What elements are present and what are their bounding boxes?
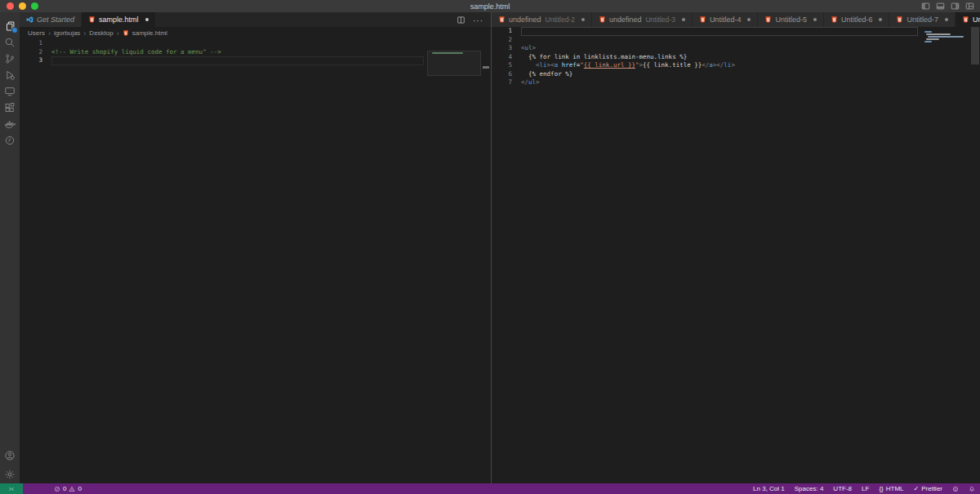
settings-icon	[4, 469, 16, 480]
layout-customize-icon[interactable]	[965, 2, 974, 11]
modified-dot-icon[interactable]	[145, 18, 149, 21]
activity-item-explorer[interactable]	[0, 18, 20, 34]
docker-icon	[4, 118, 16, 130]
activity-item-clock[interactable]	[0, 132, 20, 149]
code-token: </	[521, 78, 528, 86]
code-token: {{ link.title }}	[643, 61, 702, 69]
tab-label: Untitled-7	[906, 16, 938, 24]
editor-left[interactable]: 12<!-- Write shopify liquid code for a m…	[20, 39, 491, 471]
split-editor-icon[interactable]	[457, 16, 466, 24]
status-label: UTF-8	[833, 485, 852, 492]
activity-item-source-control[interactable]	[0, 51, 20, 67]
breadcrumb-separator: ›	[83, 29, 86, 38]
modified-dot-icon[interactable]	[879, 18, 882, 21]
tab-label: sample.html	[99, 16, 139, 24]
status-formatter[interactable]: ✓Prettier	[914, 485, 943, 492]
remote-indicator[interactable]	[0, 483, 23, 494]
source-control-icon	[4, 53, 16, 65]
code-token: >	[532, 44, 537, 51]
code-text: {% for link in linklists.main-menu.links…	[521, 53, 687, 62]
status-eol-sequence[interactable]: LF	[862, 485, 869, 492]
code-token: </	[702, 61, 709, 69]
minimap-slider[interactable]	[427, 51, 481, 76]
status-feedback[interactable]	[952, 486, 959, 492]
status-cursor-position[interactable]: Ln 3, Col 1	[753, 485, 785, 492]
line-number: 2	[20, 48, 51, 57]
editor-right[interactable]: 123<ul>4 {% for link in linklists.main-m…	[492, 27, 980, 483]
braces-icon: {}	[879, 485, 883, 492]
modified-dot-icon[interactable]	[813, 18, 817, 21]
line-number: 5	[492, 61, 521, 70]
tab-untitled-2[interactable]: undefinedUntitled-2	[492, 12, 592, 27]
layout-sidebar-left-icon[interactable]	[921, 2, 930, 11]
more-icon[interactable]: ···	[473, 12, 483, 27]
minimize-window-button[interactable]	[19, 2, 26, 10]
status-label: Spaces: 4	[795, 485, 824, 492]
activity-item-docker[interactable]	[0, 116, 20, 132]
line-number: 6	[492, 70, 521, 79]
html-icon	[896, 16, 903, 24]
activity-item-extensions[interactable]	[0, 100, 20, 116]
breadcrumb-item-users[interactable]: Users	[28, 29, 45, 37]
minimap-left[interactable]	[427, 51, 481, 140]
zoom-window-button[interactable]	[31, 2, 38, 10]
tab-untitled-6[interactable]: Untitled-6	[824, 12, 890, 27]
tab-untitled-5[interactable]: Untitled-5	[758, 12, 824, 27]
activity-item-remote-explorer[interactable]	[0, 83, 20, 100]
status-language-mode[interactable]: {}HTML	[879, 485, 903, 492]
code-text: {% endfor %}	[521, 70, 572, 79]
modified-dot-icon[interactable]	[682, 18, 685, 21]
scrollbar-left[interactable]	[481, 51, 491, 483]
layout-controls	[921, 0, 974, 12]
layout-panel-icon[interactable]	[936, 2, 945, 11]
status-encoding[interactable]: UTF-8	[833, 485, 852, 492]
code-text: </ul>	[521, 78, 540, 87]
status-notifications[interactable]	[969, 486, 975, 492]
account-icon	[4, 450, 16, 461]
editor-actions-left: ···	[449, 12, 491, 27]
close-window-button[interactable]	[7, 2, 14, 10]
status-label: LF	[862, 485, 869, 492]
layout-sidebar-right-icon[interactable]	[951, 2, 960, 11]
activity-item-search[interactable]	[0, 34, 20, 51]
tab-untitled-4[interactable]: Untitled-4	[693, 12, 759, 27]
tab-untitled-7[interactable]: Untitled-7	[889, 12, 956, 27]
tab-untitled-3[interactable]: undefinedUntitled-3	[592, 12, 693, 27]
breadcrumb-item-igorbujas[interactable]: igorbujas	[54, 29, 80, 37]
code-token: {% endfor %}	[521, 70, 572, 78]
html-icon	[498, 16, 506, 24]
tab-get-started[interactable]: Get Started	[20, 12, 82, 27]
remote-explorer-icon	[4, 86, 16, 97]
modified-dot-icon[interactable]	[747, 18, 751, 21]
bell-icon	[969, 486, 975, 492]
line-number: 1	[20, 39, 51, 48]
html-icon	[962, 16, 969, 24]
problems-status[interactable]: 0 0	[54, 485, 82, 492]
code-token: <!-- Write shopify liquid code for a men…	[51, 48, 221, 56]
modified-dot-icon[interactable]	[581, 18, 585, 21]
minimap-right[interactable]	[921, 27, 969, 117]
activity-item-run-debug[interactable]	[0, 67, 20, 83]
tab-label: Untitled-6	[841, 16, 873, 24]
code-token: >	[731, 61, 735, 69]
breadcrumb-item-desktop[interactable]: Desktop	[89, 29, 113, 37]
tab-label: Untitled-5	[775, 16, 807, 24]
status-indentation[interactable]: Spaces: 4	[795, 485, 824, 492]
minimap-line	[924, 31, 932, 33]
tab-sample-html[interactable]: sample.html	[82, 12, 156, 27]
code-text	[51, 56, 52, 65]
code-text: <!-- Write shopify liquid code for a men…	[51, 48, 221, 57]
editor-group-left: Get Startedsample.html ··· Users›igorbuj…	[20, 12, 492, 483]
vscode-icon	[26, 16, 33, 24]
breadcrumb-file[interactable]: sample.html	[132, 29, 167, 37]
code-line: 6 {% endfor %}	[492, 70, 980, 79]
activity-item-settings[interactable]	[0, 465, 20, 483]
activity-item-account[interactable]	[0, 446, 20, 465]
status-bar: 0 0 Ln 3, Col 1Spaces: 4UTF-8LF{}HTML✓Pr…	[0, 483, 980, 494]
scrollbar-slider[interactable]	[971, 27, 979, 65]
code-token: {% for link in linklists.main-menu.links…	[521, 53, 687, 60]
modified-dot-icon[interactable]	[945, 18, 948, 21]
tab-untitled-8[interactable]: Untitled-8	[956, 12, 980, 27]
breadcrumb: Users›igorbujas›Desktop›sample.html	[20, 27, 491, 39]
scrollbar-right[interactable]	[970, 27, 980, 483]
